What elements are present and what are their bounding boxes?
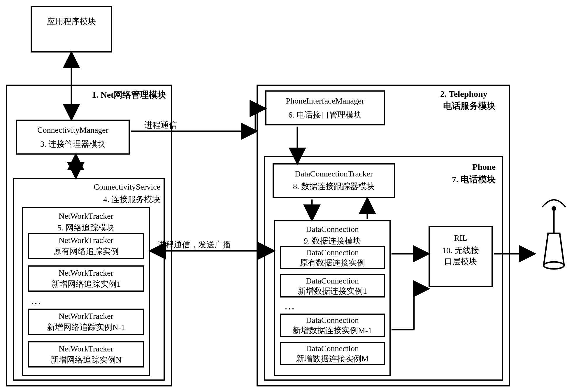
svg-point-16 <box>544 262 564 269</box>
svg-point-14 <box>552 206 556 211</box>
antenna-icon <box>536 190 571 277</box>
ipc-label: 进程通信 <box>144 120 177 131</box>
arrow-app-to-net <box>0 0 588 392</box>
ipc-broadcast-label: 进程通信，发送广播 <box>157 239 231 250</box>
